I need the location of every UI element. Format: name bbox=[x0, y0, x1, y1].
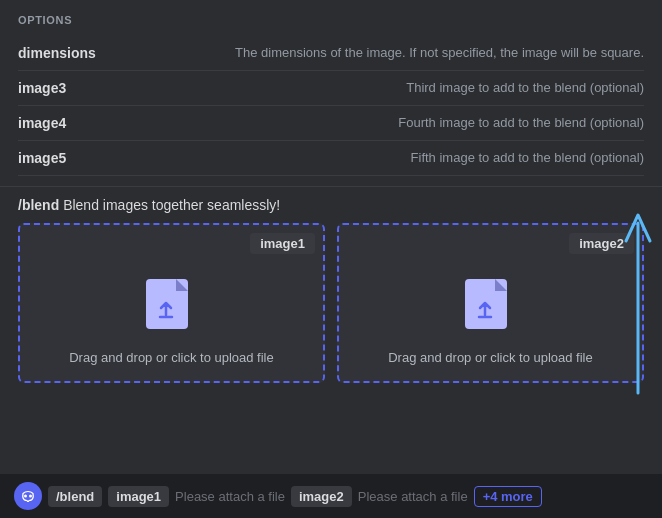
bottom-bar: /blend image1 Please attach a file image… bbox=[0, 474, 662, 518]
option-row-image5: image5 Fifth image to add to the blend (… bbox=[18, 141, 644, 176]
options-section-label: OPTIONS bbox=[18, 14, 644, 26]
option-row-dimensions: dimensions The dimensions of the image. … bbox=[18, 36, 644, 71]
upload-text-image2: Drag and drop or click to upload file bbox=[388, 349, 593, 367]
option-name-image3: image3 bbox=[18, 75, 118, 101]
option-desc-dimensions: The dimensions of the image. If not spec… bbox=[118, 40, 644, 65]
upload-label-image1: image1 bbox=[250, 233, 315, 254]
upload-text-image1: Drag and drop or click to upload file bbox=[69, 349, 274, 367]
more-options-button[interactable]: +4 more bbox=[474, 486, 542, 507]
option-name-image4: image4 bbox=[18, 110, 118, 136]
upload-box-image1[interactable]: image1 Drag and drop or click to uplo bbox=[18, 223, 325, 383]
bottom-image1-tag: image1 bbox=[108, 486, 169, 507]
option-row-image4: image4 Fourth image to add to the blend … bbox=[18, 106, 644, 141]
app-container: OPTIONS dimensions The dimensions of the… bbox=[0, 0, 662, 518]
bottom-placeholder-1: Please attach a file bbox=[175, 489, 285, 504]
bottom-image2-tag: image2 bbox=[291, 486, 352, 507]
upload-area: image1 Drag and drop or click to uplo bbox=[18, 223, 644, 383]
option-name-dimensions: dimensions bbox=[18, 40, 118, 66]
option-row-image3: image3 Third image to add to the blend (… bbox=[18, 71, 644, 106]
file-upload-icon-1 bbox=[145, 269, 199, 335]
option-desc-image4: Fourth image to add to the blend (option… bbox=[118, 110, 644, 135]
blend-command: /blend bbox=[18, 197, 59, 213]
option-desc-image5: Fifth image to add to the blend (optiona… bbox=[118, 145, 644, 170]
blend-description: Blend images together seamlessly! bbox=[63, 197, 280, 213]
file-upload-icon-2 bbox=[464, 269, 518, 335]
blend-section: /blend Blend images together seamlessly!… bbox=[0, 187, 662, 391]
bottom-placeholder-2: Please attach a file bbox=[358, 489, 468, 504]
svg-point-6 bbox=[29, 495, 32, 498]
upload-box-image2[interactable]: image2 Drag and drop or click to upload … bbox=[337, 223, 644, 383]
svg-point-5 bbox=[24, 495, 27, 498]
blend-header: /blend Blend images together seamlessly! bbox=[18, 197, 644, 213]
option-desc-image3: Third image to add to the blend (optiona… bbox=[118, 75, 644, 100]
options-panel: OPTIONS dimensions The dimensions of the… bbox=[0, 0, 662, 186]
upload-grid: image1 Drag and drop or click to uplo bbox=[18, 223, 644, 383]
scroll-up-arrow-icon bbox=[616, 203, 660, 403]
option-name-image5: image5 bbox=[18, 145, 118, 171]
app-icon bbox=[14, 482, 42, 510]
bottom-blend-command: /blend bbox=[48, 486, 102, 507]
